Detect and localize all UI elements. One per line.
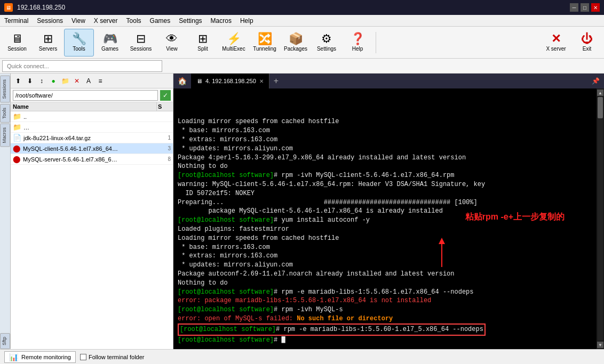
servers-icon: ⊞ xyxy=(43,33,53,45)
status-bar: 📊 Remote monitoring Follow terminal fold… xyxy=(0,349,604,364)
path-input[interactable] xyxy=(13,90,158,101)
menu-xserver[interactable]: X server xyxy=(90,15,122,26)
terminal-line: Nothing to do xyxy=(178,279,228,287)
title-bar: 🖥 192.168.198.250 ─ □ ✕ xyxy=(0,0,604,15)
remote-monitoring-button[interactable]: 📊 Remote monitoring xyxy=(4,351,76,363)
toolbar-sessions[interactable]: ⊟ Sessions xyxy=(126,29,156,56)
terminal-line: Nothing to do xyxy=(178,163,228,170)
terminal-output[interactable]: Loading mirror speeds from cached hostfi… xyxy=(173,88,597,349)
toolbar-xserver[interactable]: ✕ X server xyxy=(541,29,571,56)
fp-text[interactable]: A xyxy=(83,76,94,86)
exit-icon: ⏻ xyxy=(581,33,593,45)
path-bar: ✓ xyxy=(11,88,173,102)
side-tab-sftp[interactable]: Sftp xyxy=(0,333,10,349)
toolbar-view[interactable]: 👁 View xyxy=(157,29,187,56)
tab-close-button[interactable]: ✕ xyxy=(259,78,264,84)
fp-red-x[interactable]: ✕ xyxy=(71,76,82,86)
new-tab-button[interactable]: + xyxy=(269,74,283,88)
tab-home-icon[interactable]: 🏠 xyxy=(173,74,191,88)
main-area: Sessions Tools Macros Sftp ⬆ ⬇ ↕ ● 📁 ✕ A… xyxy=(0,74,604,349)
terminal-line: Package 4:perl-5.16.3-299.el7_9.x86_64 a… xyxy=(178,154,466,161)
fp-green-dot[interactable]: ● xyxy=(48,76,59,86)
toolbar-exit-label: Exit xyxy=(583,46,592,52)
maximize-button[interactable]: □ xyxy=(581,3,589,12)
menu-view[interactable]: View xyxy=(67,15,90,26)
toolbar-settings[interactable]: ⚙ Settings xyxy=(312,29,341,56)
fp-columns[interactable]: ≡ xyxy=(95,76,106,86)
v-scrollbar: ▲ ▼ xyxy=(597,88,604,349)
menu-tools[interactable]: Tools xyxy=(122,15,146,26)
side-tab-sessions[interactable]: Sessions xyxy=(0,76,10,103)
menu-settings[interactable]: Settings xyxy=(174,15,206,26)
settings-icon: ⚙ xyxy=(321,33,332,45)
terminal-line: [root@localhost software]# █ xyxy=(178,336,285,344)
file-name: jdk-8u221-linux-x64.tar.gz xyxy=(23,135,155,141)
toolbar-multiexec[interactable]: ⚡ MultiExec xyxy=(219,29,249,56)
scroll-track[interactable] xyxy=(598,97,603,341)
terminal-line: ID 5072e1f5: NOKEY xyxy=(178,190,255,197)
toolbar-tunneling[interactable]: 🔀 Tunneling xyxy=(250,29,280,56)
toolbar-tools[interactable]: 🔧 Tools xyxy=(64,29,94,56)
file-name: .. xyxy=(23,114,155,120)
remote-monitoring-label: Remote monitoring xyxy=(21,354,71,360)
pin-icon[interactable]: 📌 xyxy=(590,74,604,88)
quick-connect-input[interactable] xyxy=(2,60,162,72)
terminal-line: warning: MySQL-client-5.6.46-1.el7.x86_6… xyxy=(178,181,485,188)
file-size: 8 xyxy=(155,156,171,162)
list-item[interactable]: ⬤ MySQL-client-5.6.46-1.el7.x86_64… 3 xyxy=(11,143,173,154)
menu-sessions[interactable]: Sessions xyxy=(33,15,67,26)
scroll-thumb[interactable] xyxy=(598,97,603,118)
terminal-line: Loading mirror speeds from cached hostfi… xyxy=(178,118,339,125)
close-button[interactable]: ✕ xyxy=(591,3,600,12)
fp-up-arrow[interactable]: ⬆ xyxy=(13,76,23,86)
folder-icon: 📁 xyxy=(13,112,21,120)
terminal-tab[interactable]: 🖥 4. 192.168.198.250 ✕ xyxy=(191,74,269,88)
file-name: MySQL-client-5.6.46-1.el7.x86_64… xyxy=(23,145,155,152)
list-item[interactable]: 📁 … xyxy=(11,122,173,133)
list-item[interactable]: 📄 jdk-8u221-linux-x64.tar.gz 1 xyxy=(11,133,173,143)
toolbar-help-label: Help xyxy=(352,46,363,52)
menu-macros[interactable]: Macros xyxy=(206,15,236,26)
terminal-line: Preparing... ###########################… xyxy=(178,199,478,206)
toolbar-servers[interactable]: ⊞ Servers xyxy=(33,29,63,56)
toolbar-games[interactable]: 🎮 Games xyxy=(95,29,125,56)
list-item[interactable]: ⬤ MySQL-server-5.6.46-1.el7.x86_6… 8 xyxy=(11,154,173,165)
svg-marker-1 xyxy=(439,238,445,244)
scroll-down-button[interactable]: ▼ xyxy=(597,342,603,348)
monitoring-icon: 📊 xyxy=(9,353,18,361)
toolbar-split[interactable]: ⊞ Split xyxy=(188,29,218,56)
tab-bar: 🏠 🖥 4. 192.168.198.250 ✕ + 📌 xyxy=(173,74,604,88)
follow-folder-label: Follow terminal folder xyxy=(89,354,145,360)
follow-folder: Follow terminal folder xyxy=(80,354,145,360)
fp-down-arrow[interactable]: ⬇ xyxy=(25,76,35,86)
terminal-area: 🏠 🖥 4. 192.168.198.250 ✕ + 📌 Loading mir… xyxy=(173,74,604,349)
toolbar-session[interactable]: 🖥 Session xyxy=(2,29,32,56)
list-item[interactable]: 📁 .. xyxy=(11,111,173,122)
terminal-line: * base: mirrors.163.com xyxy=(178,244,270,251)
fp-folder[interactable]: 📁 xyxy=(60,76,70,86)
file-name: MySQL-server-5.6.46-1.el7.x86_6… xyxy=(23,156,155,163)
side-tab-tools[interactable]: Tools xyxy=(0,104,10,123)
menu-help[interactable]: Help xyxy=(236,15,258,26)
toolbar-packages[interactable]: 📦 Packages xyxy=(281,29,311,56)
terminal-line: Package autoconf-2.69-11.el7.noarch alre… xyxy=(178,270,454,278)
games-icon: 🎮 xyxy=(103,33,117,45)
terminal-line: package MySQL-client-5.6.46-1.el7.x86_64… xyxy=(178,207,443,215)
toolbar-exit[interactable]: ⏻ Exit xyxy=(572,29,602,56)
terminal-line: * updates: mirrors.aliyun.com xyxy=(178,145,293,152)
toolbar-packages-label: Packages xyxy=(284,46,307,52)
terminal-line: error: package mariadb-libs-1:5.5.68-1.e… xyxy=(178,297,431,304)
toolbar-help[interactable]: ❓ Help xyxy=(343,29,372,56)
minimize-button[interactable]: ─ xyxy=(570,3,578,12)
menu-games[interactable]: Games xyxy=(146,15,175,26)
menu-terminal[interactable]: Terminal xyxy=(0,15,33,26)
follow-folder-checkbox[interactable] xyxy=(80,354,86,360)
side-tab-macros[interactable]: Macros xyxy=(0,124,10,147)
terminal-line: [root@localhost software]# rpm -e mariad… xyxy=(178,288,474,296)
window-controls: ─ □ ✕ xyxy=(570,3,600,12)
file-panel-toolbar: ⬆ ⬇ ↕ ● 📁 ✕ A ≡ xyxy=(11,74,173,88)
fp-transfer[interactable]: ↕ xyxy=(36,76,47,86)
path-ok-button[interactable]: ✓ xyxy=(160,90,171,101)
scroll-up-button[interactable]: ▲ xyxy=(597,90,603,96)
toolbar-settings-label: Settings xyxy=(317,46,336,52)
